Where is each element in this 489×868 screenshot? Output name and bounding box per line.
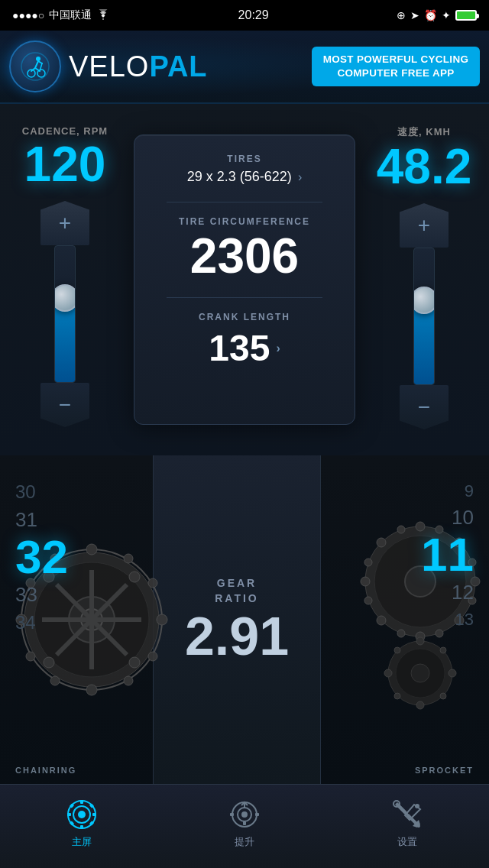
svg-rect-74 [230,813,234,816]
top-section: CADENCE, RPM 120 + − TIRES 29 x 2.3 (56-… [0,104,489,455]
speed-plus-button[interactable]: + [400,203,449,248]
svg-point-3 [37,70,45,77]
crank-value-text: 135 [209,327,270,369]
tires-label: TIRES [227,154,261,164]
gear-ratio-panel: GEAR RATIO 2.91 [153,455,321,784]
gear-ratio-label: GEAR RATIO [215,576,259,606]
crank-value[interactable]: 135 › [209,327,280,369]
svg-point-20 [44,657,54,668]
promo-text: MOST POWERFUL CYCLING COMPUTER FREE APP [321,53,471,79]
chainring-num-33[interactable]: 33 [15,581,68,608]
tab-home[interactable]: 主屏 [0,785,163,868]
chainring-label-bottom: CHAINRING [15,763,76,776]
logo-section: VELO PAL [9,40,208,92]
svg-point-18 [129,657,140,668]
chainring-num-34[interactable]: 34 [15,609,68,636]
svg-point-39 [377,616,386,625]
speed-label: 速度, KMH [397,125,451,139]
speed-minus-icon: − [418,397,430,418]
chainring-num-31[interactable]: 31 [15,506,68,533]
svg-point-42 [397,630,405,637]
settings-panel: TIRES 29 x 2.3 (56-622) › TIRE CIRCUMFER… [134,134,355,425]
svg-point-56 [440,693,446,699]
svg-point-23 [50,676,60,685]
tab-bar: 主屏 提升 设置 [0,784,489,868]
cadence-plus-button[interactable]: + [40,201,89,245]
svg-point-53 [384,669,392,677]
settings-tab-label: 设置 [397,835,417,849]
svg-point-22 [124,554,133,563]
app-header: VELO PAL MOST POWERFUL CYCLING COMPUTER … [0,31,489,104]
chainring-section[interactable]: 30 31 32 33 34 CHAINRING [0,455,153,784]
bluetooth-icon: ✦ [442,9,451,21]
sprocket-section[interactable]: 9 10 11 12 13 SPROCKET [321,455,489,784]
battery-icon [455,10,477,21]
speed-plus-icon: + [418,215,430,236]
home-tab-label: 主屏 [72,835,92,849]
svg-point-14 [86,685,97,695]
chainring-num-30[interactable]: 30 [15,478,68,506]
status-right: ⊕ ➤ ⏰ ✦ [397,9,477,21]
speed-slider-control[interactable]: + − [400,203,449,429]
svg-rect-63 [80,825,83,829]
speed-value: 48.2 [377,142,472,191]
logo-icon [9,40,61,92]
speed-slider-thumb[interactable] [413,287,435,314]
svg-point-26 [26,652,35,661]
status-left: ●●●●○ 中国联通 [12,8,110,22]
tires-chevron: › [298,170,302,184]
cadence-value: 120 [24,140,106,189]
lock-icon: ⊕ [397,9,406,21]
chainring-num-32-active[interactable]: 32 [15,533,68,581]
settings-tab-icon [391,798,423,831]
status-bar: ●●●●○ 中国联通 20:29 ⊕ ➤ ⏰ ✦ [0,0,489,31]
app-logo-text: VELO PAL [69,50,208,83]
upgrade-tab-label: 提升 [235,835,254,849]
sprocket-numbers[interactable]: 9 10 11 12 13 [421,478,474,632]
svg-rect-75 [255,813,259,816]
svg-point-34 [361,577,370,586]
divider-2 [167,297,323,298]
carrier-name: 中国联通 [49,8,92,22]
speed-section: 速度, KMH 48.2 + − [359,104,489,455]
chainring-numbers[interactable]: 30 31 32 33 34 [15,478,68,636]
speed-slider-track[interactable] [413,248,435,385]
minus-icon: − [59,394,71,416]
cadence-slider-thumb[interactable] [54,284,76,312]
sprocket-num-9[interactable]: 9 [421,478,474,504]
svg-point-27 [148,578,157,588]
tab-upgrade[interactable]: 提升 [163,785,325,868]
signal-dots: ●●●●○ [12,9,44,21]
svg-rect-65 [92,813,96,816]
promo-badge[interactable]: MOST POWERFUL CYCLING COMPUTER FREE APP [312,47,480,86]
svg-rect-62 [80,800,83,804]
cadence-slider-control[interactable]: + − [40,201,89,427]
svg-point-51 [416,637,424,645]
sprocket-num-10[interactable]: 10 [421,504,474,531]
svg-point-52 [416,701,424,709]
tires-value[interactable]: 29 x 2.3 (56-622) › [187,169,302,185]
sprocket-num-13[interactable]: 13 [421,607,474,632]
sprocket-num-12[interactable]: 12 [421,578,474,606]
circumference-label: TIRE CIRCUMFERENCE [179,216,310,227]
wifi-icon [96,9,110,22]
divider-1 [167,202,323,202]
circumference-value: 2306 [190,232,299,280]
svg-point-72 [241,811,248,818]
cadence-slider-track[interactable] [54,245,76,383]
gear-section: 30 31 32 33 34 CHAINRING GEAR RATIO 2.91 [0,455,489,784]
cadence-minus-button[interactable]: − [40,383,89,427]
tab-settings[interactable]: 设置 [326,785,489,868]
gear-ratio-value: 2.91 [185,610,289,663]
svg-point-50 [411,664,429,682]
cadence-section: CADENCE, RPM 120 + − [0,104,130,455]
svg-point-13 [86,544,97,555]
svg-point-28 [148,652,157,661]
crank-label: CRANK LENGTH [199,312,290,322]
sprocket-num-11-active[interactable]: 11 [421,531,474,578]
svg-point-44 [364,559,372,566]
svg-point-45 [364,597,372,604]
speed-minus-button[interactable]: − [400,385,449,429]
logo-pal: PAL [149,50,207,83]
status-time: 20:29 [238,8,269,22]
